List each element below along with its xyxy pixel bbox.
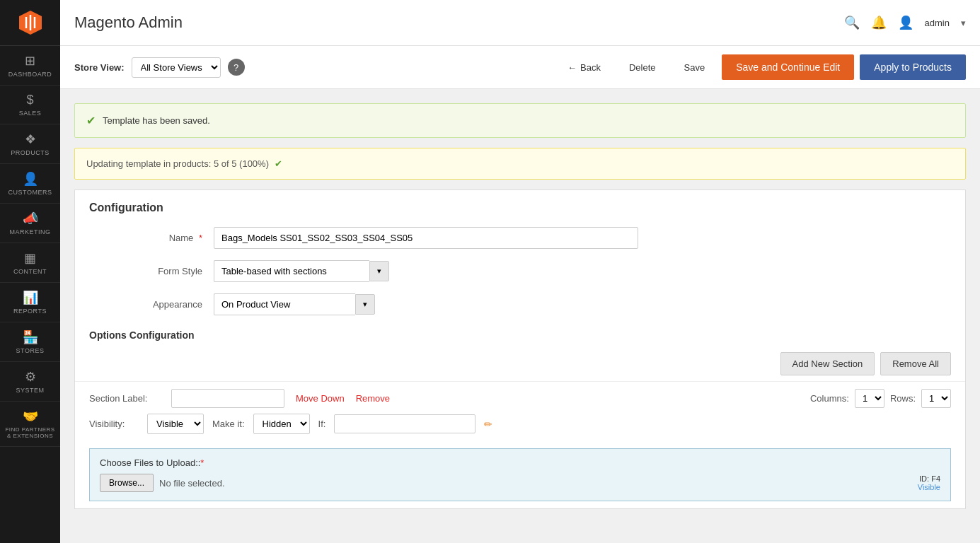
rows-select[interactable]: 123 <box>921 389 951 408</box>
header-actions: 🔍 🔔 👤 admin ▾ <box>844 15 966 30</box>
sidebar-item-system[interactable]: ⚙ SYSTEM <box>0 362 60 402</box>
products-icon: ❖ <box>25 132 36 147</box>
sidebar: ⊞ DASHBOARD $ SALES ❖ PRODUCTS 👤 CUSTOME… <box>0 0 60 543</box>
partners-icon: 🤝 <box>23 409 38 424</box>
sidebar-item-label: CONTENT <box>13 268 47 275</box>
file-upload-row: Browse... No file selected. ID: F4 Visib… <box>100 474 940 492</box>
reports-icon: 📊 <box>23 290 38 305</box>
columns-row: Columns: 123 Rows: 123 <box>810 389 951 408</box>
main-content: Magento Admin 🔍 🔔 👤 admin ▾ Store View: … <box>60 0 980 543</box>
form-style-dropdown-btn[interactable]: ▾ <box>369 261 389 281</box>
add-new-section-button[interactable]: Add New Section <box>780 352 875 375</box>
name-row: Name * <box>75 221 965 255</box>
magento-logo-icon <box>17 9 44 36</box>
make-it-select[interactable]: HiddenVisible <box>253 414 310 434</box>
info-alert: Updating template in products: 5 of 5 (1… <box>74 148 966 180</box>
check-icon: ✔ <box>86 114 96 127</box>
success-alert: ✔ Template has been saved. <box>74 103 966 138</box>
appearance-dropdown-btn[interactable]: ▾ <box>355 294 375 315</box>
sales-icon: $ <box>26 93 33 107</box>
back-label: Back <box>580 62 601 73</box>
toolbar-left: Store View: All Store Views ? <box>74 57 245 78</box>
sidebar-item-dashboard[interactable]: ⊞ DASHBOARD <box>0 46 60 86</box>
name-label: Name * <box>89 233 202 243</box>
visibility-label: Visibility: <box>89 419 139 429</box>
content-icon: ▦ <box>24 250 36 266</box>
help-button[interactable]: ? <box>228 59 245 76</box>
save-continue-button[interactable]: Save and Continue Edit <box>722 54 854 80</box>
sidebar-item-customers[interactable]: 👤 CUSTOMERS <box>0 164 60 204</box>
sidebar-item-label: STORES <box>16 347 45 354</box>
sidebar-item-stores[interactable]: 🏪 STORES <box>0 322 60 362</box>
toolbar: Store View: All Store Views ? ← Back Del… <box>60 46 980 89</box>
appearance-select[interactable]: On Product View <box>214 293 355 315</box>
form-style-select-wrapper: Table-based with sections ▾ <box>214 260 389 282</box>
sidebar-item-label: CUSTOMERS <box>8 189 52 196</box>
if-label: If: <box>318 419 326 429</box>
search-icon[interactable]: 🔍 <box>844 15 860 30</box>
form-style-row: Form Style Table-based with sections ▾ <box>75 255 965 288</box>
section-row: Section Label: Move Down Remove Columns:… <box>75 381 965 441</box>
app-title: Magento Admin <box>74 13 183 32</box>
sidebar-item-partners[interactable]: 🤝 FIND PARTNERS& EXTENSIONS <box>0 402 60 447</box>
remove-link[interactable]: Remove <box>356 393 390 404</box>
admin-label[interactable]: admin <box>925 18 950 28</box>
toolbar-right: ← Back Delete Save Save and Continue Edi… <box>556 54 966 80</box>
form-container: Configuration Name * Form Style Table-ba… <box>74 189 966 509</box>
store-view-select[interactable]: All Store Views <box>132 57 221 78</box>
save-button[interactable]: Save <box>673 57 717 78</box>
browse-button[interactable]: Browse... <box>100 474 154 492</box>
sidebar-item-label: MARKETING <box>9 228 50 235</box>
section-row-top: Section Label: Move Down Remove Columns:… <box>89 389 951 408</box>
dashboard-icon: ⊞ <box>25 53 35 69</box>
form-style-select[interactable]: Table-based with sections <box>214 260 369 282</box>
if-input[interactable] <box>334 414 475 433</box>
columns-label: Columns: <box>810 393 849 404</box>
form-section-title: Configuration <box>75 190 965 221</box>
success-text: Template has been saved. <box>103 115 210 126</box>
options-config-title: Options Configuration <box>75 321 965 346</box>
no-file-text: No file selected. <box>159 478 225 489</box>
if-edit-icon[interactable]: ✏ <box>484 419 492 430</box>
sidebar-item-products[interactable]: ❖ PRODUCTS <box>0 124 60 164</box>
appearance-label: Appearance <box>89 299 202 310</box>
appearance-select-wrapper: On Product View ▾ <box>214 293 375 315</box>
admin-dropdown-icon[interactable]: ▾ <box>961 18 966 28</box>
sidebar-item-label: REPORTS <box>13 308 47 315</box>
required-star: * <box>199 233 202 243</box>
make-label: Make it: <box>212 419 245 429</box>
apply-to-products-button[interactable]: Apply to Products <box>860 54 966 80</box>
columns-select[interactable]: 123 <box>855 389 884 408</box>
name-input[interactable] <box>214 227 638 249</box>
remove-all-button[interactable]: Remove All <box>880 352 951 375</box>
section-label-input[interactable] <box>171 389 284 408</box>
file-upload-title: Choose Files to Upload::* <box>100 457 940 468</box>
notification-icon[interactable]: 🔔 <box>871 15 887 30</box>
sidebar-item-label: SYSTEM <box>16 387 44 394</box>
sidebar-item-label: PRODUCTS <box>11 149 50 156</box>
form-style-label: Form Style <box>89 266 202 276</box>
id-text: ID: F4 <box>918 474 940 483</box>
move-down-link[interactable]: Move Down <box>296 393 345 404</box>
file-upload-section: Choose Files to Upload::* Browse... No f… <box>89 448 951 501</box>
options-toolbar: Add New Section Remove All <box>75 346 965 381</box>
checkmark-icon: ✔ <box>275 158 282 169</box>
sidebar-logo[interactable] <box>0 0 60 46</box>
sidebar-item-reports[interactable]: 📊 REPORTS <box>0 283 60 322</box>
top-header: Magento Admin 🔍 🔔 👤 admin ▾ <box>60 0 980 46</box>
sidebar-item-sales[interactable]: $ SALES <box>0 86 60 124</box>
stores-icon: 🏪 <box>23 329 38 345</box>
delete-button[interactable]: Delete <box>618 57 667 78</box>
visible-badge-text: Visible <box>918 483 940 491</box>
customers-icon: 👤 <box>23 171 38 187</box>
section-row-bottom: Visibility: VisibleHidden Make it: Hidde… <box>89 414 951 434</box>
store-view-label: Store View: <box>74 62 125 73</box>
rows-label: Rows: <box>890 393 916 404</box>
back-button[interactable]: ← Back <box>556 57 612 78</box>
sidebar-item-label: FIND PARTNERS& EXTENSIONS <box>5 426 54 439</box>
back-arrow-icon: ← <box>567 62 577 73</box>
appearance-row: Appearance On Product View ▾ <box>75 288 965 321</box>
visibility-select[interactable]: VisibleHidden <box>147 414 204 434</box>
sidebar-item-content[interactable]: ▦ CONTENT <box>0 243 60 283</box>
sidebar-item-marketing[interactable]: 📣 MARKETING <box>0 204 60 243</box>
